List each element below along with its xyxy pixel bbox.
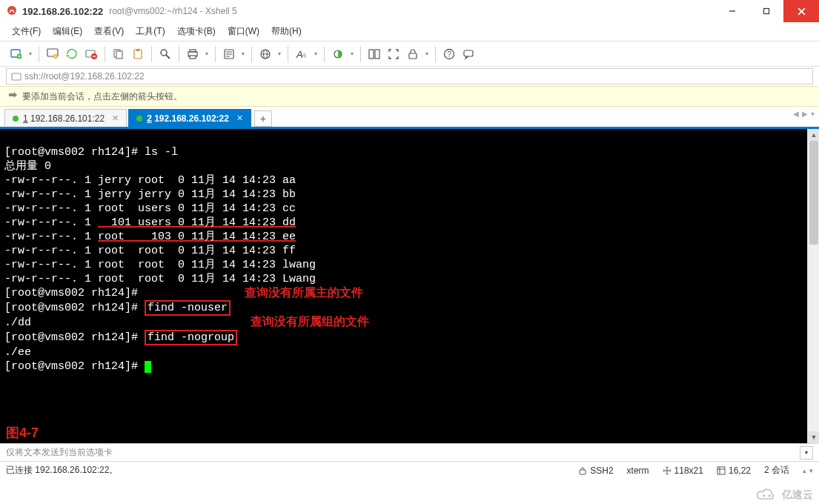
fullscreen-icon[interactable]: [385, 45, 402, 63]
scroll-thumb[interactable]: [809, 141, 818, 245]
tab-close-icon[interactable]: ✕: [236, 113, 243, 123]
watermark: 亿速云: [754, 488, 813, 503]
svg-rect-36: [369, 50, 374, 59]
open-icon[interactable]: [44, 45, 62, 63]
status-size: 118x21: [663, 465, 703, 476]
find-icon[interactable]: [156, 45, 174, 63]
terminal-line: 总用量 0: [4, 160, 51, 173]
svg-line-22: [166, 55, 170, 59]
color-icon[interactable]: [329, 45, 347, 63]
terminal-wrap: [root@vms002 rh124]# ls -l 总用量 0 -rw-r--…: [0, 129, 819, 443]
folder-icon: [11, 71, 21, 82]
cursor-pos-icon: [717, 466, 726, 475]
globe-icon[interactable]: [256, 45, 274, 63]
session-tab-1[interactable]: 1 192.168.26.101:22 ✕: [4, 109, 127, 127]
terminal-cursor: [145, 361, 151, 373]
vertical-scrollbar[interactable]: ▲ ▼: [807, 129, 819, 443]
font-dropdown[interactable]: ▾: [312, 45, 319, 63]
chevron-down-icon[interactable]: ▾: [809, 467, 813, 474]
svg-point-48: [769, 494, 771, 497]
scroll-down-icon[interactable]: ▼: [808, 431, 819, 443]
reconnect-icon[interactable]: [63, 45, 81, 63]
address-bar: ssh://root@192.168.26.102:22: [0, 67, 819, 86]
print-dropdown[interactable]: ▾: [203, 45, 210, 63]
svg-rect-37: [375, 50, 379, 59]
terminal-line: -rw-r--r--. 1 jerry jerry 0 11月 14 14:23…: [4, 188, 296, 201]
app-icon: [6, 4, 18, 19]
properties-dropdown[interactable]: ▾: [239, 45, 247, 63]
status-protocol: SSH2: [578, 465, 613, 476]
minimize-button[interactable]: [715, 0, 749, 22]
copy-icon[interactable]: [110, 45, 127, 63]
tab-label: 192.168.26.102:22: [152, 113, 229, 124]
tab-strip: 1 192.168.26.101:22 ✕ 2 192.168.26.102:2…: [0, 107, 819, 129]
globe-dropdown[interactable]: ▾: [276, 45, 283, 63]
tab-list-dropdown[interactable]: ▾: [811, 110, 815, 118]
help-icon[interactable]: ?: [440, 45, 458, 63]
terminal-line: -rw-r--r--. 1 jerry root 0 11月 14 14:23 …: [4, 174, 296, 187]
terminal-line: [root@vms002 rh124]#: [4, 360, 151, 373]
lock-icon: [578, 466, 587, 475]
menu-edit[interactable]: 编辑(E): [48, 22, 87, 41]
window-title-secondary: root@vms002:~/rh124 - Xshell 5: [109, 6, 237, 16]
menu-file[interactable]: 文件(F): [7, 22, 45, 41]
maximize-button[interactable]: [749, 0, 783, 22]
highlighted-command: find -nouser: [145, 300, 231, 316]
font-icon[interactable]: AA: [293, 45, 311, 63]
lock-icon[interactable]: [404, 45, 422, 63]
new-session-dropdown[interactable]: ▾: [27, 45, 34, 63]
color-dropdown[interactable]: ▾: [348, 45, 356, 63]
menu-view[interactable]: 查看(V): [90, 22, 128, 41]
status-connection: 已连接 192.168.26.102:22。: [6, 464, 118, 477]
menu-window[interactable]: 窗口(W): [223, 22, 264, 41]
annotation-nogroup: 查询没有所属组的文件: [251, 314, 369, 328]
terminal-line: [root@vms002 rh124]# find -nogroup: [4, 331, 237, 344]
svg-text:A: A: [301, 52, 306, 59]
paste-icon[interactable]: [129, 45, 147, 63]
svg-point-21: [161, 50, 167, 56]
status-term-type: xterm: [627, 465, 649, 476]
status-sessions: 2 会话: [764, 464, 789, 477]
title-bar: 192.168.26.102:22 root@vms002:~/rh124 - …: [0, 0, 819, 22]
window-title-primary: 192.168.26.102:22: [22, 6, 103, 17]
address-url: ssh://root@192.168.26.102:22: [24, 71, 145, 82]
message-icon[interactable]: [460, 45, 477, 63]
tab-close-icon[interactable]: ✕: [112, 113, 119, 123]
status-cursor: 16,22: [717, 465, 751, 476]
terminal-line: ./ee: [4, 346, 31, 359]
scroll-up-icon[interactable]: ▲: [808, 129, 819, 141]
split-icon[interactable]: [365, 45, 383, 63]
status-nav: ▴ ▾: [803, 467, 813, 474]
properties-icon[interactable]: [220, 45, 238, 63]
disconnect-icon[interactable]: [82, 45, 100, 63]
resize-icon: [663, 466, 672, 475]
menu-help[interactable]: 帮助(H): [267, 22, 306, 41]
send-input[interactable]: 仅将文本发送到当前选项卡: [6, 446, 113, 459]
menu-tools[interactable]: 工具(T): [131, 22, 169, 41]
terminal-output[interactable]: [root@vms002 rh124]# ls -l 总用量 0 -rw-r--…: [0, 129, 807, 443]
new-tab-button[interactable]: +: [254, 110, 272, 127]
lock-dropdown[interactable]: ▾: [423, 45, 431, 63]
toolbar: ▾ ▾ ▾ ▾ AA ▾ ▾ ▾ ?: [0, 42, 819, 67]
svg-rect-20: [136, 49, 139, 51]
menu-tabs[interactable]: 选项卡(B): [173, 22, 220, 41]
address-input[interactable]: ssh://root@192.168.26.102:22: [6, 68, 813, 84]
highlighted-command: find -nogroup: [145, 330, 237, 345]
chevron-up-icon[interactable]: ▴: [803, 467, 806, 474]
close-button[interactable]: [783, 0, 819, 22]
print-icon[interactable]: [184, 45, 202, 63]
new-session-icon[interactable]: [7, 45, 25, 63]
send-target-dropdown[interactable]: ▾: [800, 446, 813, 460]
session-tab-2[interactable]: 2 192.168.26.102:22 ✕: [128, 109, 251, 127]
tab-next-icon[interactable]: ▶: [802, 110, 808, 118]
svg-rect-38: [409, 53, 417, 59]
svg-marker-13: [66, 55, 70, 57]
terminal-line: -rw-r--r--. 1 root users 0 11月 14 14:23 …: [4, 202, 296, 215]
cloud-icon: [754, 488, 779, 503]
svg-rect-24: [190, 50, 196, 52]
tab-prev-icon[interactable]: ◀: [793, 110, 799, 118]
arrow-add-icon[interactable]: [7, 91, 18, 102]
terminal-line: [root@vms002 rh124]# ls -l: [4, 146, 178, 159]
svg-rect-44: [717, 467, 725, 474]
watermark-text: 亿速云: [782, 488, 813, 502]
